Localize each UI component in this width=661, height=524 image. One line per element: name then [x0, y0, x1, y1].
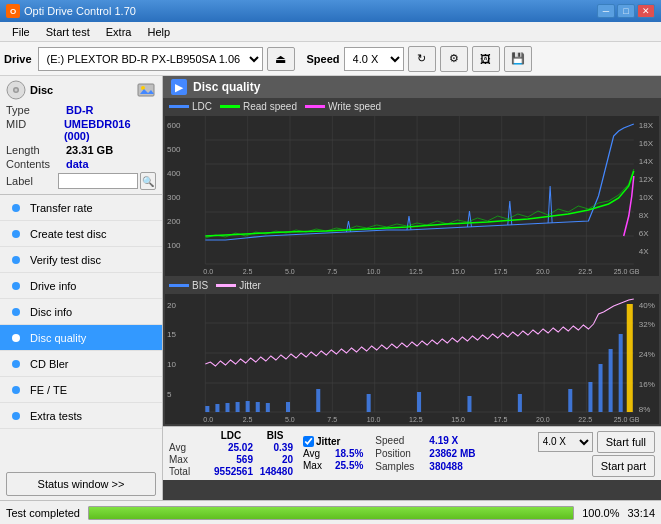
settings-button[interactable]: ⚙ [440, 46, 468, 72]
jitter-color-swatch [216, 284, 236, 287]
write-speed-color-swatch [305, 105, 325, 108]
nav-icon-create-test-disc [8, 226, 24, 242]
disc-image-icon[interactable] [136, 80, 156, 100]
title-bar: O Opti Drive Control 1.70 ─ □ ✕ [0, 0, 661, 22]
svg-text:12.5: 12.5 [409, 416, 423, 423]
start-full-button[interactable]: Start full [597, 431, 655, 453]
top-chart: 18X 16X 14X 12X 10X 8X 6X 4X 600 500 400… [165, 116, 659, 276]
svg-rect-78 [599, 364, 603, 412]
nav-item-verify-test-disc[interactable]: Verify test disc [0, 247, 162, 273]
type-value: BD-R [66, 104, 94, 116]
nav-label-disc-quality: Disc quality [30, 332, 86, 344]
speed-select[interactable]: 4.0 X [344, 47, 404, 71]
disc-length-row: Length 23.31 GB [6, 144, 156, 156]
total-row: Total 9552561 148480 [169, 466, 293, 477]
svg-text:12.5: 12.5 [409, 268, 423, 275]
test-speed-select[interactable]: 4.0 X [538, 432, 593, 452]
menu-start-test[interactable]: Start test [38, 24, 98, 40]
minimize-button[interactable]: ─ [597, 4, 615, 18]
status-window-label: Status window >> [38, 478, 125, 490]
nav-item-disc-info[interactable]: Disc info [0, 299, 162, 325]
top-legend: LDC Read speed Write speed [165, 99, 659, 114]
jitter-header: Jitter [316, 436, 340, 447]
save-button[interactable]: 💾 [504, 46, 532, 72]
nav-icon-drive-info [8, 278, 24, 294]
svg-text:25.0 GB: 25.0 GB [614, 268, 640, 275]
menu-bar: File Start test Extra Help [0, 22, 661, 42]
drive-select[interactable]: (E:) PLEXTOR BD-R PX-LB950SA 1.06 [38, 47, 263, 71]
bis-max-value: 20 [257, 454, 293, 465]
nav-item-fe-te[interactable]: FE / TE [0, 377, 162, 403]
svg-rect-71 [316, 389, 320, 412]
jitter-avg-row: Avg 18.5% [303, 448, 363, 459]
nav-item-cd-bler[interactable]: CD Bler [0, 351, 162, 377]
bottom-chart-svg: 40% 32% 24% 16% 8% 20 15 10 5 0.0 2.5 5.… [165, 294, 659, 424]
samples-value: 380488 [429, 461, 462, 472]
legend-read: Read speed [220, 101, 297, 112]
nav-dot-disc-info [12, 308, 20, 316]
position-label: Position [375, 448, 425, 459]
nav-dot-fe-te [12, 386, 20, 394]
ldc-column-header: LDC [209, 430, 253, 441]
samples-row: Samples 380488 [375, 461, 475, 472]
nav-list: Transfer rateCreate test discVerify test… [0, 195, 162, 429]
menu-file[interactable]: File [4, 24, 38, 40]
ldc-bis-stats: LDC BIS Avg 25.02 0.39 Max 569 20 Total … [169, 430, 293, 477]
nav-item-transfer-rate[interactable]: Transfer rate [0, 195, 162, 221]
svg-text:40%: 40% [639, 301, 655, 310]
svg-rect-3 [138, 84, 154, 96]
label-input[interactable] [58, 173, 138, 189]
svg-text:8X: 8X [639, 211, 650, 220]
legend-bis: BIS [169, 280, 208, 291]
type-label: Type [6, 104, 66, 116]
position-row: Position 23862 MB [375, 448, 475, 459]
avg-row: Avg 25.02 0.39 [169, 442, 293, 453]
jitter-legend-label: Jitter [239, 280, 261, 291]
maximize-button[interactable]: □ [617, 4, 635, 18]
progress-bar-container [88, 506, 574, 520]
label-edit-button[interactable]: 🔍 [140, 172, 156, 190]
legend-ldc: LDC [169, 101, 212, 112]
bis-column-header: BIS [257, 430, 293, 441]
jitter-checkbox[interactable] [303, 436, 314, 447]
nav-label-verify-test-disc: Verify test disc [30, 254, 101, 266]
nav-item-disc-quality[interactable]: Disc quality [0, 325, 162, 351]
refresh-button[interactable]: ↻ [408, 46, 436, 72]
svg-text:20: 20 [167, 301, 176, 310]
nav-item-create-test-disc[interactable]: Create test disc [0, 221, 162, 247]
menu-extra[interactable]: Extra [98, 24, 140, 40]
svg-text:20.0: 20.0 [536, 268, 550, 275]
svg-rect-69 [266, 403, 270, 412]
bottom-chart: 40% 32% 24% 16% 8% 20 15 10 5 0.0 2.5 5.… [165, 294, 659, 424]
close-button[interactable]: ✕ [637, 4, 655, 18]
disc-section-label: Disc [30, 84, 53, 96]
status-window-button[interactable]: Status window >> [6, 472, 156, 496]
svg-text:6X: 6X [639, 229, 650, 238]
image-button[interactable]: 🖼 [472, 46, 500, 72]
svg-text:200: 200 [167, 217, 181, 226]
start-part-button[interactable]: Start part [592, 455, 655, 477]
eject-button[interactable]: ⏏ [267, 47, 295, 71]
svg-rect-66 [236, 402, 240, 412]
content-title: Disc quality [193, 80, 260, 94]
menu-help[interactable]: Help [139, 24, 178, 40]
svg-text:300: 300 [167, 193, 181, 202]
nav-item-extra-tests[interactable]: Extra tests [0, 403, 162, 429]
nav-dot-extra-tests [12, 412, 20, 420]
stats-headers: LDC BIS [169, 430, 293, 441]
samples-label: Samples [375, 461, 425, 472]
nav-icon-verify-test-disc [8, 252, 24, 268]
contents-value: data [66, 158, 89, 170]
nav-item-drive-info[interactable]: Drive info [0, 273, 162, 299]
status-text: Test completed [6, 507, 80, 519]
avg-label: Avg [169, 442, 205, 453]
svg-text:14X: 14X [639, 157, 654, 166]
drive-label: Drive [4, 53, 32, 65]
jitter-max-value: 25.5% [335, 460, 363, 471]
ldc-avg-value: 25.02 [209, 442, 253, 453]
svg-rect-76 [568, 389, 572, 412]
svg-rect-68 [256, 402, 260, 412]
nav-icon-fe-te [8, 382, 24, 398]
svg-rect-74 [467, 396, 471, 412]
nav-icon-disc-quality [8, 330, 24, 346]
